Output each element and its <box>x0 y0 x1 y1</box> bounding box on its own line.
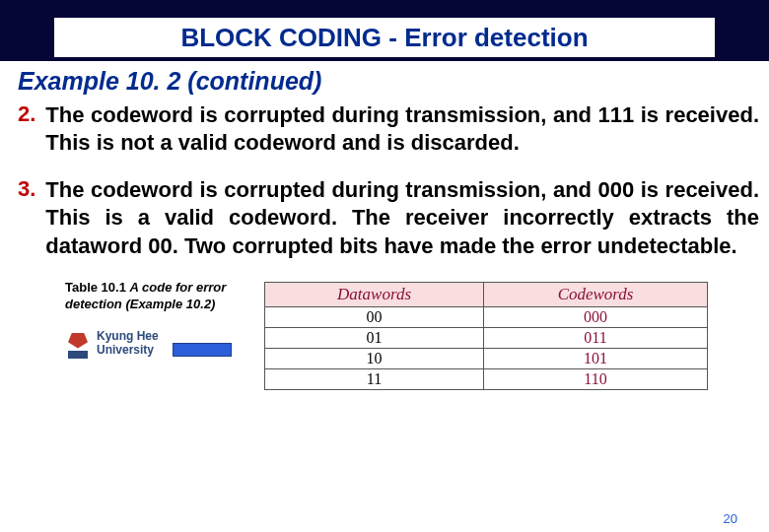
cell-dataword: 00 <box>265 306 484 327</box>
table-row: 10 101 <box>265 348 708 368</box>
col-header-codewords: Codewords <box>484 282 708 306</box>
table-header-row: Datawords Codewords <box>265 282 708 306</box>
table-caption: Table 10.1 A code for error detection (E… <box>65 280 254 313</box>
university-line1: Kyung Hee <box>97 330 159 344</box>
cell-dataword: 10 <box>265 348 484 368</box>
caption-column: Table 10.1 A code for error detection (E… <box>18 280 264 359</box>
item-text: The codeword is corrupted during transmi… <box>45 101 759 157</box>
footer-row: Kyung Hee University <box>65 329 254 359</box>
page-title: BLOCK CODING - Error detection <box>180 23 588 53</box>
page-number: 20 <box>724 511 737 526</box>
item-number: 3. <box>18 176 35 259</box>
table-row: 00 000 <box>265 306 708 327</box>
university-line2: University <box>97 344 159 358</box>
cell-codeword: 011 <box>484 327 708 348</box>
table-row: 01 011 <box>265 327 708 348</box>
table-row: 11 110 <box>265 368 708 389</box>
content-area: Example 10. 2 (continued) 2. The codewor… <box>0 61 769 532</box>
cell-codeword: 101 <box>484 348 708 368</box>
university-name: Kyung Hee University <box>97 330 159 358</box>
code-table: Datawords Codewords 00 000 01 011 10 101 <box>264 282 708 390</box>
cell-dataword: 01 <box>265 327 484 348</box>
example-heading: Example 10. 2 (continued) <box>18 67 759 96</box>
list-item: 3. The codeword is corrupted during tran… <box>18 176 759 259</box>
col-header-datawords: Datawords <box>265 282 484 306</box>
blue-bar-icon <box>173 343 232 357</box>
cell-codeword: 110 <box>484 368 708 389</box>
bottom-row: Table 10.1 A code for error detection (E… <box>18 280 759 390</box>
item-number: 2. <box>18 101 35 157</box>
cell-codeword: 000 <box>484 306 708 327</box>
header-box: BLOCK CODING - Error detection <box>54 18 715 57</box>
cell-dataword: 11 <box>265 368 484 389</box>
list-item: 2. The codeword is corrupted during tran… <box>18 101 759 157</box>
university-logo-icon <box>65 329 91 359</box>
item-text: The codeword is corrupted during transmi… <box>45 176 759 259</box>
caption-label: Table 10.1 <box>65 280 126 295</box>
